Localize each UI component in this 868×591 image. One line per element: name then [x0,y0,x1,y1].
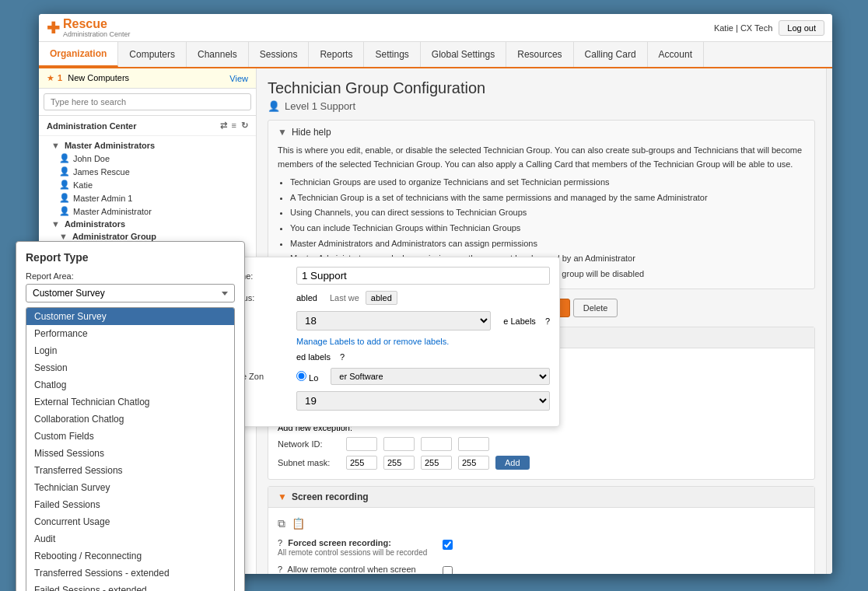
paste-icon-sr[interactable]: 📋 [292,517,305,530]
report-modal-title: Report Type [26,251,235,264]
nav-item-sessions[interactable]: Sessions [249,42,310,67]
subnet-3[interactable] [421,456,452,470]
dropdown-item-technician-survey[interactable]: Technician Survey [26,479,234,496]
help-icon[interactable]: ? [278,565,282,574]
tree-item-label: Master Administrators [65,141,155,150]
dropdown-item-failed-ext[interactable]: Failed Sessions - extended [26,582,234,591]
delete-button[interactable]: Delete [573,299,618,317]
number-select[interactable]: 18 [296,311,491,330]
timezone-radio[interactable]: Lo [296,371,318,383]
network-id-input-4[interactable] [458,437,489,451]
person-icon: 👤 [59,180,70,190]
refresh-icon[interactable]: ↻ [241,121,248,131]
help-toggle-label: Hide help [292,127,331,138]
dropdown-item-ext-tech-chatlog[interactable]: External Technician Chatlog [26,393,234,411]
screen-recording-panel: ▼ Screen recording ⧉ 📋 ? Forced screen r… [268,486,815,574]
nav-item-calling-card[interactable]: Calling Card [574,42,648,67]
tree-item-label: Master Administrator [73,207,152,216]
number-field-row: 18 e Labels ? [228,311,550,330]
arrow-icon: ▼ [51,141,60,150]
scrollbar[interactable] [826,68,832,574]
list-icon[interactable]: ≡ [232,121,236,131]
subnet-2[interactable] [383,456,415,470]
admin-center-icons[interactable]: ⇄ ≡ ↻ [220,121,248,131]
screen-recording-title: Screen recording [292,491,369,502]
help-icon-2[interactable]: ? [340,352,345,362]
number2-select[interactable]: 19 [296,391,550,411]
copy-icon-sr[interactable]: ⧉ [278,517,285,530]
allow-label-col: ? Allow remote control when screen recor… [278,565,433,574]
dropdown-item-performance[interactable]: Performance [26,325,234,342]
timezone-select[interactable]: er Software [331,368,550,385]
logo: ✚ Rescue Administration Center [47,18,131,38]
tz-radio[interactable] [296,371,306,381]
dropdown-item-customer-survey[interactable]: Customer Survey [26,308,234,325]
help-bullet: Master Administrators and Administrators… [290,237,805,251]
nav-item-resources[interactable]: Resources [506,42,573,67]
view-link[interactable]: View [229,74,248,83]
help-icon[interactable]: ? [545,316,550,326]
manage-labels-row: Manage Labels to add or remove labels. [228,337,550,346]
report-area-label: Report Area: [26,271,235,281]
tree-item-master-admins[interactable]: ▼ Master Administrators [39,139,256,152]
name-field-row: Name: [228,267,550,285]
dropdown-item-transferred-ext[interactable]: Transferred Sessions - extended [26,565,234,582]
dropdown-item-concurrent-usage[interactable]: Concurrent Usage [26,513,234,530]
dropdown-item-login[interactable]: Login [26,342,234,359]
tree-item-james-rescue[interactable]: 👤 James Rescue [39,165,256,178]
network-id-input-3[interactable] [421,437,452,451]
nav-item-channels[interactable]: Channels [187,42,249,67]
dropdown-item-failed-sessions[interactable]: Failed Sessions [26,496,234,513]
help-bullet: Using Channels, you can direct sessions … [290,206,805,220]
dropdown-item-missed-sessions[interactable]: Missed Sessions [26,445,234,462]
name-input[interactable] [296,267,550,285]
subnet-1[interactable] [346,456,377,470]
screen-recording-header[interactable]: ▼ Screen recording [268,487,814,508]
number2-field-row: 19 [228,391,550,411]
new-computers-label: New Computers [68,73,129,82]
help-toggle[interactable]: ▼ Hide help [278,127,805,138]
ip-subnet-row: Subnet mask: Add [278,456,805,470]
dropdown-item-collab-chatlog[interactable]: Collaboration Chatlog [26,411,234,428]
admin-center-label: Administration Center [47,121,137,131]
dropdown-item-transferred-sessions[interactable]: Transferred Sessions [26,462,234,479]
forced-recording-checkbox[interactable] [443,540,453,550]
add-exception-button[interactable]: Add [495,456,530,470]
search-input[interactable] [44,93,251,110]
subnet-mask-label: Subnet mask: [278,458,340,467]
expand-icon[interactable]: ⇄ [220,121,227,131]
network-id-input-1[interactable] [346,437,377,451]
tree-item-john-doe[interactable]: 👤 John Doe [39,152,256,165]
dropdown-item-audit[interactable]: Audit [26,530,234,547]
screen-recording-body: ⧉ 📋 ? Forced screen recording: All remot… [268,508,814,574]
network-id-input-2[interactable] [383,437,415,451]
manage-labels-link[interactable]: Manage Labels to add or remove labels. [296,337,449,346]
arrow-icon: ▼ [51,219,60,229]
tree-item-katie[interactable]: 👤 Katie [39,178,256,191]
last-we-value: abled [366,291,397,305]
labels-label: e Labels [503,316,536,326]
nav-item-global-settings[interactable]: Global Settings [421,42,506,67]
nav-item-reports[interactable]: Reports [309,42,364,67]
help-icon[interactable]: ? [278,538,282,547]
tree-item-master-admin-1[interactable]: 👤 Master Admin 1 [39,191,256,205]
tree-item-label: John Doe [73,154,110,163]
last-we-label: Last we [330,293,359,302]
nav-item-account[interactable]: Account [648,42,704,67]
nav-item-computers[interactable]: Computers [118,42,187,67]
dropdown-item-chatlog[interactable]: Chatlog [26,376,234,393]
arrow-icon: ▼ [59,232,68,241]
subnet-4[interactable] [458,456,489,470]
logout-button[interactable]: Log out [779,20,824,36]
help-bullet: You can include Technician Groups within… [290,222,805,236]
dropdown-item-session[interactable]: Session [26,359,234,376]
tree-item-master-administrator[interactable]: 👤 Master Administrator [39,205,256,218]
logo-subtitle: Administration Center [63,30,131,38]
tree-item-administrators[interactable]: ▼ Administrators [39,218,256,230]
dropdown-item-custom-fields[interactable]: Custom Fields [26,428,234,445]
dropdown-item-rebooting[interactable]: Rebooting / Reconnecting [26,547,234,565]
nav-item-organization[interactable]: Organization [39,42,118,67]
report-area-select[interactable]: Customer Survey [26,284,235,302]
allow-remote-checkbox[interactable] [443,566,453,574]
nav-item-settings[interactable]: Settings [364,42,420,67]
